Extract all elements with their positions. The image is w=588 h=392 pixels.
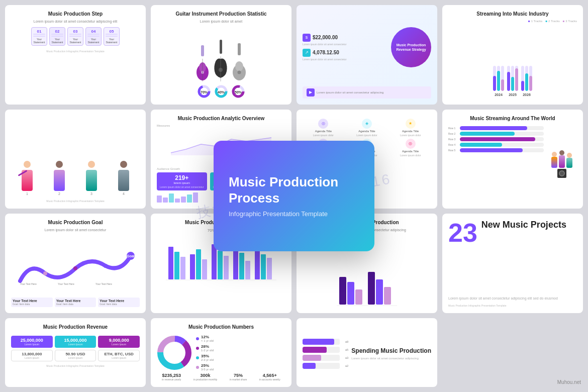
- dot-1: [196, 337, 199, 340]
- overlay-title: Music Production Process: [229, 174, 359, 206]
- agenda-desc-3: Lorem ipsum dolor: [400, 134, 421, 137]
- year-2025: 2025: [507, 66, 518, 96]
- band-member-3: [566, 153, 572, 168]
- rev-box2-3-num: ETH, BTC, USD: [100, 352, 138, 356]
- card5-footer: Music Production Infographic Presentatio…: [11, 200, 140, 203]
- rev-amount2: ↗ 4,078.12.50 Lorem ipsum dolor sit amet…: [303, 49, 387, 61]
- svg-rect-26: [168, 247, 173, 279]
- rev-box2-2-label: Lorem ipsum: [57, 356, 94, 359]
- guitar-3: [232, 43, 247, 81]
- card14-title: Music Production Numbers: [157, 324, 285, 330]
- slider-2026-3: [529, 66, 532, 91]
- spend-row-3: a3: [303, 355, 348, 361]
- rev-val1: $22,000.00: [313, 35, 338, 40]
- agenda-icon-1: ◎: [318, 119, 328, 129]
- goal-box-2: Your Text Here Goal: Item data: [55, 298, 96, 307]
- svg-rect-45: [368, 272, 375, 305]
- donut-row: 70% 40% 50%: [157, 84, 285, 99]
- rev-icon-2: ↗: [303, 49, 311, 57]
- agenda-lbl-3: Agenda Title: [402, 130, 419, 133]
- stream-row-4: Row 4: [448, 143, 544, 147]
- rev-icon-1: $: [303, 34, 311, 42]
- rev-box2-3-label: Lorem ipsum: [100, 356, 138, 359]
- bstat-3: 75% in market share: [230, 373, 247, 381]
- dot-4: [196, 366, 199, 369]
- step-5: 05 Your Statement: [104, 27, 120, 46]
- goal-path-svg: Goal Your Text Here Your Text Here Your …: [11, 246, 140, 286]
- svg-point-7: [235, 61, 243, 71]
- overlay-subtitle: Infographic Presentation Template: [229, 210, 359, 218]
- svg-rect-39: [261, 254, 266, 279]
- watermark: Muhou.net: [557, 379, 581, 385]
- stream-row-2: Row 2: [448, 132, 544, 136]
- revenue-boxes: 25,000,000 Lorem Ipsum 15,000,000 Lorem …: [11, 336, 140, 348]
- guitar-body-2: [213, 54, 229, 81]
- year-2026: 2026: [521, 66, 532, 96]
- svg-rect-47: [384, 287, 391, 305]
- slider-2024-3: [501, 66, 504, 91]
- slider-2025-1: [507, 66, 510, 91]
- big-number-23: 23: [448, 220, 477, 246]
- card-guitar-instrument: Guitar Instrument Production Statistic L…: [151, 5, 291, 105]
- body-3: [86, 170, 97, 191]
- rev-box2-3: ETH, BTC, USD Lorem ipsum: [98, 350, 140, 361]
- mbar-2: [163, 198, 168, 203]
- svg-point-8: [238, 70, 241, 74]
- agenda-desc-6: Lorem ipsum dolor: [400, 154, 421, 157]
- agenda-icon-6: ◎: [406, 139, 416, 149]
- card9-subtitle: Lorem ipsum dolor sit amet consectetur: [11, 228, 140, 232]
- card13-title: Music Production Revenue: [11, 324, 140, 330]
- donut-2: 40%: [214, 84, 228, 99]
- agenda-item-1: ◎ Agenda Title Lorem ipsum dolor: [303, 119, 344, 137]
- body-2: [54, 170, 65, 191]
- band-member-1: [551, 152, 557, 168]
- card4-legend: ■1 Tracks ■2 Tracks ■3 Tracks: [448, 20, 577, 23]
- mbar-6: [187, 194, 192, 203]
- svg-rect-33: [218, 251, 223, 279]
- project-text: New Music Projects: [481, 220, 566, 231]
- bstat-2: 300k in production monthly: [193, 373, 218, 381]
- year-label-2026: 2026: [523, 93, 531, 96]
- step-4: 04 Your Statement: [85, 27, 102, 46]
- rev-amount1: $ $22,000.00 Lorem ipsum dolor sit amet …: [303, 34, 387, 46]
- spend-row-2: a5: [303, 347, 348, 353]
- rev-play-icon: ▶: [307, 88, 315, 96]
- revenue-circle: Music Production Revenue Strategy: [391, 27, 431, 67]
- svg-rect-30: [196, 249, 201, 279]
- slider-2025-2: [511, 66, 514, 91]
- svg-rect-40: [267, 258, 272, 279]
- svg-rect-28: [180, 257, 185, 279]
- streaming-image: [547, 126, 577, 203]
- svg-rect-27: [174, 252, 179, 279]
- income-svg: [337, 262, 397, 307]
- spend-row-4: a2: [303, 363, 348, 369]
- guitar-2: [213, 40, 229, 81]
- svg-rect-35: [233, 248, 238, 279]
- card-musicians: 1 2 3 4 Music Production Infographic Pre…: [5, 110, 146, 209]
- year-label-2024: 2024: [495, 93, 503, 96]
- goal-box-1: Your Text Here Goal: Item data: [11, 298, 53, 307]
- bottom-stats: $235,253 in revenue yearly 300k in produ…: [157, 373, 285, 381]
- svg-text:40%: 40%: [218, 90, 225, 94]
- musicians-row: 1 2 3 4: [11, 116, 140, 198]
- card-new-music-projects: 23 New Music Projects Lorem ipsum dolor …: [442, 214, 583, 313]
- goal-box-3: Your Text Here Goal: Item data: [98, 298, 140, 307]
- svg-text:Your Text Here: Your Text Here: [58, 282, 74, 285]
- steps-row: 01 Your Statement 02 Your Statement 03 Y…: [11, 27, 140, 46]
- card-spending-production: a9 a5 a3 a2 Spending Music Production Lo…: [297, 318, 437, 387]
- card4-title: Streaming Into Music Industry: [448, 11, 577, 17]
- agenda-item-6: ◎ Agenda Title Lorem ipsum dolor: [389, 139, 431, 157]
- num-stat-1: 12% < 1 yr old: [196, 335, 285, 342]
- spending-title-section: Spending Music Production Lorem ipsum do…: [351, 347, 431, 360]
- card-streaming-industry: Streaming Into Music Industry ■1 Tracks …: [442, 5, 583, 105]
- rev-box-3-num: 9,000,000: [100, 338, 138, 343]
- rev-desc2: Lorem ipsum dolor sit amet consectetur: [303, 58, 387, 61]
- stream-row-3: Row 3: [448, 137, 544, 141]
- rev-box-1-label: Lorem Ipsum: [13, 343, 51, 346]
- rev-box2-1: 13,800,000 Lorem ipsum: [11, 350, 53, 361]
- streaming-bars: Row 1 Row 2 Row 3 Row 4 Row 5: [448, 126, 544, 203]
- mbar-4: [175, 199, 180, 203]
- svg-point-24: [73, 266, 77, 270]
- dot-3: [196, 356, 199, 359]
- stream-row-1: Row 1: [448, 126, 544, 130]
